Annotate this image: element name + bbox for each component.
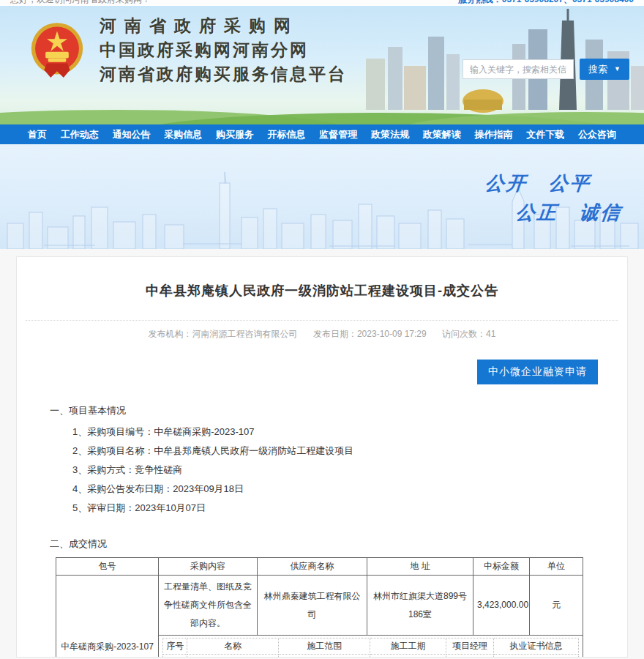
col-address: 地 址 (367, 558, 473, 576)
national-emblem-logo (25, 18, 89, 83)
col-duration: 施工工期 (370, 638, 446, 655)
nav-item-work-news[interactable]: 工作动态 (61, 128, 99, 141)
col-package: 包号 (56, 558, 159, 576)
list-item: 4、采购公告发布日期：2023年09月18日 (72, 480, 627, 499)
table-row: 中牟磋商采购-2023-107 工程量清单、图纸及竞争性磋商文件所包含全部内容。… (56, 576, 583, 636)
col-scope: 施工范围 (279, 638, 370, 655)
nav-item-supervision[interactable]: 监督管理 (319, 128, 357, 141)
slogan-open-fair: 公开 公平 (484, 171, 593, 196)
list-item: 3、采购方式：竞争性磋商 (72, 461, 627, 480)
top-strip: 您好，欢迎访问河南省政府采购网！ 服务热线：0371-65908207、0371… (0, 0, 644, 6)
search-button-label: 搜索 (588, 63, 607, 76)
col-seq: 序号 (163, 638, 187, 655)
col-unit: 单位 (530, 558, 583, 576)
cell-certificate: 豫1412023202302466 (494, 655, 579, 658)
sme-financing-button[interactable]: 中小微企业融资申请 (477, 360, 598, 384)
nav-item-policies[interactable]: 政策法规 (371, 128, 409, 141)
nav-item-guide[interactable]: 操作指南 (474, 128, 512, 141)
col-name: 名称 (187, 638, 279, 655)
nav-item-public-consultation[interactable]: 公众咨询 (578, 128, 616, 141)
col-supplier: 供应商名称 (258, 558, 367, 576)
section1-heading: 一、项目基本情况 (50, 404, 627, 417)
nav-item-policy-interpretation[interactable]: 政策解读 (423, 128, 461, 141)
publisher: 发布机构：河南润源工程咨询有限公司 (149, 329, 298, 339)
cell-duration: 建设工期为6个月 (370, 655, 446, 658)
cell-procurement-content: 工程量清单、图纸及竞争性磋商文件所包含全部内容。 (159, 576, 258, 636)
cell-scope: 工程量清单、图纸及竞争性磋商文件所包含全部内容。 (279, 655, 370, 658)
nav-item-bid-opening[interactable]: 开标信息 (268, 128, 306, 141)
cell-award-amount: 3,423,000.00 (473, 576, 530, 636)
project-detail-table: 序号 名称 施工范围 施工工期 项目经理 执业证书信息 1 中牟 (162, 638, 579, 658)
site-title-line3: 河南省政府购买服务信息平台 (100, 63, 347, 86)
section2-heading: 二、成交情况 (50, 537, 627, 551)
nested-header-row: 序号 名称 施工范围 施工工期 项目经理 执业证书信息 (163, 638, 579, 655)
visit-count: 访问次数：41 (442, 329, 495, 339)
deal-result-table: 包号 采购内容 供应商名称 地 址 中标金额 单位 中牟磋商采购-2023-10… (56, 557, 583, 658)
cell-package-no: 中牟磋商采购-2023-107 (56, 576, 159, 658)
site-header: 河南省政府采购网 中国政府采购网河南分网 河南省政府购买服务信息平台 搜索 ▼ (0, 6, 644, 124)
article-meta: 发布机构：河南润源工程咨询有限公司 发布日期：2023-10-09 17:29 … (17, 321, 627, 340)
site-title-line1: 河南省政府采购网 (100, 15, 347, 37)
site-title-line2: 中国政府采购网河南分网 (100, 39, 347, 62)
cell-supplier-name: 林州鼎秦建筑工程有限公司 (258, 576, 367, 636)
greeting-text: 您好，欢迎访问河南省政府采购网！ (10, 0, 151, 5)
site-title: 河南省政府采购网 中国政府采购网河南分网 河南省政府购买服务信息平台 (100, 15, 347, 86)
nav-item-notices[interactable]: 通知公告 (112, 128, 150, 141)
col-amount: 中标金额 (473, 558, 530, 576)
cell-project-name: 中牟县郑庵镇人民政府一级消防站工程建设项目 (187, 655, 279, 658)
col-manager: 项目经理 (446, 638, 494, 655)
nav-item-purchase-services[interactable]: 购买服务 (216, 128, 254, 141)
nav-item-downloads[interactable]: 文件下载 (526, 128, 564, 141)
cell-amount-unit: 元 (530, 576, 583, 636)
list-item: 5、评审日期：2023年10月07日 (72, 499, 627, 518)
publish-date: 发布日期：2023-10-09 17:29 (313, 329, 427, 339)
cell-manager: 秦文军 (446, 655, 494, 658)
slogan-banner: 公开 公平 公正 诚信 (0, 144, 644, 249)
announcement-panel: 中牟县郑庵镇人民政府一级消防站工程建设项目-成交公告 发布机构：河南润源工程咨询… (16, 256, 628, 658)
search-button[interactable]: 搜索 ▼ (580, 59, 629, 80)
main-nav: 首页 工作动态 通知公告 采购信息 购买服务 开标信息 监督管理 政策法规 政策… (0, 124, 644, 144)
col-certificate: 执业证书信息 (494, 638, 579, 655)
slogan-just-honest: 公正 诚信 (514, 200, 624, 226)
page-title: 中牟县郑庵镇人民政府一级消防站工程建设项目-成交公告 (17, 257, 627, 320)
chevron-down-icon[interactable]: ▼ (614, 66, 621, 72)
nav-item-home[interactable]: 首页 (28, 128, 47, 141)
cell-seq: 1 (163, 655, 187, 658)
table-header-row: 包号 采购内容 供应商名称 地 址 中标金额 单位 (56, 558, 583, 576)
search-input[interactable] (463, 59, 574, 79)
nested-detail-cell: 序号 名称 施工范围 施工工期 项目经理 执业证书信息 1 中牟 (159, 636, 583, 658)
cell-supplier-address: 林州市红旗渠大道899号186室 (367, 576, 473, 636)
nested-data-row: 1 中牟县郑庵镇人民政府一级消防站工程建设项目 工程量清单、图纸及竞争性磋商文件… (163, 655, 579, 658)
list-item: 2、采购项目名称：中牟县郑庵镇人民政府一级消防站工程建设项目 (72, 442, 627, 461)
service-hotline: 服务热线：0371-65908207、0371-65908400 (458, 0, 634, 5)
project-basic-info-list: 1、采购项目编号：中牟磋商采购-2023-107 2、采购项目名称：中牟县郑庵镇… (72, 422, 627, 518)
col-content: 采购内容 (159, 558, 258, 576)
list-item: 1、采购项目编号：中牟磋商采购-2023-107 (72, 422, 627, 442)
search-box: 搜索 ▼ (463, 59, 629, 80)
nav-item-procurement-info[interactable]: 采购信息 (164, 128, 202, 141)
